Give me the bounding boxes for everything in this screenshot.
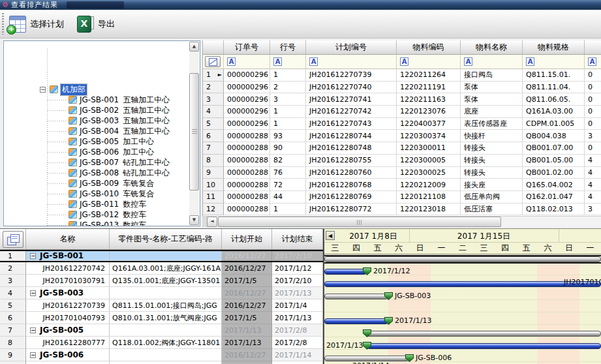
filter-a-icon[interactable]: A bbox=[273, 57, 282, 66]
toolbar-grip[interactable] bbox=[2, 13, 4, 35]
order-row-10[interactable]: 10 00000028872 JH2016122807681220212009 … bbox=[203, 179, 601, 191]
gantt-summary-bar-jg-sb-001[interactable] bbox=[324, 256, 601, 262]
tree-item-jg-sb-008[interactable]: JG-SB-008钻孔加工中心 bbox=[4, 168, 170, 178]
filter-a-icon[interactable]: A bbox=[309, 57, 318, 66]
tree-item-jg-sb-010[interactable]: JG-SB-010车铣复合 bbox=[4, 189, 154, 199]
gantt-summary-bar-jg-sb-005[interactable] bbox=[365, 331, 601, 337]
filter-a-icon[interactable]: A bbox=[588, 57, 596, 66]
machine-tree: − 机加部 JG-SB-001五轴加工中心 JG-SB-002五轴加工中心 JG… bbox=[3, 40, 200, 226]
schedule-row-task[interactable]: 5 JH201612270739 Q811.15.01.001;接口阀岛;JGG… bbox=[0, 299, 323, 312]
order-row-3[interactable]: 3 0000002963 JH2016122707411220211163 泵体… bbox=[203, 93, 601, 106]
schedule-row-group-jg-sb-001[interactable]: 1 −JG-SB-001 2016/12/27 2017/2/10 bbox=[0, 250, 323, 262]
order-row-5[interactable]: 5 0000002961 JH2016122707431220400377 表压… bbox=[203, 118, 601, 130]
scroll-left-icon[interactable]: ◄ bbox=[207, 217, 217, 227]
tree-item-jg-sb-011[interactable]: JG-SB-011数控车 bbox=[4, 199, 146, 209]
collapse-icon[interactable]: − bbox=[30, 290, 36, 296]
scroll-down-icon[interactable]: ▼ bbox=[189, 215, 199, 225]
filter-cell-order-no[interactable]: A bbox=[224, 55, 270, 69]
filter-cell-material-name[interactable]: A bbox=[461, 55, 523, 69]
tree-scrollbar[interactable]: ▲ ▼ bbox=[189, 42, 199, 225]
tree-item-jg-sb-003[interactable]: JG-SB-003五轴加工中心 bbox=[4, 115, 170, 126]
schedule-row-task[interactable]: 8 JH201612280777 Q118.01.002;阀体;JGGY-118… bbox=[0, 337, 323, 349]
tree-item-jg-sb-002[interactable]: JG-SB-002五轴加工中心 bbox=[4, 105, 170, 115]
clear-filter-button[interactable] bbox=[205, 56, 221, 67]
gantt-summary-bar-jg-sb-006[interactable] bbox=[324, 356, 409, 361]
redacted-area bbox=[67, 1, 124, 8]
col-header-extra[interactable] bbox=[585, 40, 601, 55]
day-label: 四 bbox=[495, 242, 516, 254]
bar-label: 2017/1/13 bbox=[395, 317, 431, 325]
excel-icon: X bbox=[77, 16, 94, 33]
filter-a-icon[interactable]: A bbox=[526, 57, 534, 66]
machine-icon bbox=[69, 179, 77, 187]
col-header-material-spec[interactable]: 物料规格 bbox=[523, 40, 585, 55]
order-row-8[interactable]: 8 00000028882 JH2016122807551220300005 转… bbox=[203, 155, 601, 167]
filter-cell-material-code[interactable]: A bbox=[397, 55, 461, 69]
gantt-summary-bar-jg-sb-003[interactable] bbox=[324, 294, 388, 299]
tree-item-jg-sb-005[interactable]: JG-SB-005加工中心 bbox=[4, 136, 154, 147]
collapse-icon[interactable]: − bbox=[30, 253, 36, 259]
tree-item-jg-sb-013[interactable]: JG-SB-013数控车 bbox=[4, 220, 146, 226]
order-row-7[interactable]: 7 00000028890 JH2016122807481220300011 转… bbox=[203, 142, 601, 155]
filter-cell-plan-no[interactable]: A bbox=[306, 55, 397, 69]
order-row-1[interactable]: 1► 0000002961 JH2016122707391220211264 接… bbox=[203, 69, 601, 82]
schedule-row-task[interactable]: 2 JH201612270742 Q161A.03.001;底座;JGGY-16… bbox=[0, 262, 323, 275]
tree-item-jg-sb-006[interactable]: JG-SB-006加工中心 bbox=[4, 147, 154, 157]
gantt-task-bar[interactable] bbox=[324, 269, 367, 275]
collapse-icon[interactable]: − bbox=[30, 352, 36, 358]
schedule-row-group-jg-sb-006[interactable]: 9 −JG-SB-006 2016/12/27 2017/1/14 bbox=[0, 349, 323, 361]
filter-a-icon[interactable]: A bbox=[227, 57, 236, 66]
order-row-6[interactable]: 6 00000028893 JH2016122807441220300374 快… bbox=[203, 130, 601, 142]
select-plan-label: 选择计划 bbox=[30, 18, 64, 30]
col-header-part[interactable]: 零件图号-名称-工艺编码-路 bbox=[110, 229, 222, 249]
col-header-plan-no[interactable]: 计划编号 bbox=[306, 40, 397, 55]
orders-hscrollbar[interactable]: ◄ bbox=[202, 216, 601, 227]
gantt-task-bar[interactable] bbox=[324, 281, 601, 287]
filter-a-icon[interactable]: A bbox=[400, 57, 408, 66]
filter-a-icon[interactable]: A bbox=[464, 57, 472, 66]
filter-cell-extra[interactable]: A bbox=[585, 55, 601, 69]
col-header-material-name[interactable]: 物料名称 bbox=[461, 40, 523, 55]
schedule-row-task-clipped[interactable]: 10 bbox=[0, 361, 323, 364]
order-row-2[interactable]: 2 0000002962 JH2016122707401220211191 泵体… bbox=[203, 82, 601, 94]
gantt-task-bar[interactable] bbox=[324, 318, 388, 324]
machine-icon bbox=[69, 190, 77, 198]
col-header-material-code[interactable]: 物料编码 bbox=[397, 40, 461, 55]
select-plan-button[interactable]: + 选择计划 bbox=[8, 12, 64, 36]
tree-item-jg-sb-007[interactable]: JG-SB-007钻孔加工中心 bbox=[4, 157, 170, 168]
export-label: 导出 bbox=[98, 18, 115, 30]
orders-hscroll-thumb[interactable] bbox=[218, 217, 501, 227]
tree-item-jg-sb-012[interactable]: JG-SB-012数控车 bbox=[4, 209, 146, 220]
col-header-plan-start[interactable]: 计划开始 bbox=[222, 229, 272, 249]
col-header-name[interactable]: 名称 bbox=[26, 229, 110, 249]
schedule-row-group-jg-sb-003[interactable]: 4 −JG-SB-003 2016/12/27 2017/1/13 bbox=[0, 287, 323, 299]
gantt-task-bar[interactable] bbox=[367, 343, 601, 349]
machine-icon bbox=[69, 211, 77, 219]
col-header-plan-end[interactable]: 计划结束 bbox=[272, 229, 323, 249]
order-row-4[interactable]: 4 0000002961 JH2016122707421220123076 底座… bbox=[203, 106, 601, 118]
tree-scroll-thumb[interactable] bbox=[189, 73, 199, 190]
filter-cell-material-spec[interactable]: A bbox=[523, 55, 585, 69]
machine-icon bbox=[69, 96, 77, 104]
collapse-icon[interactable]: − bbox=[30, 327, 36, 333]
select-plan-icon: + bbox=[8, 15, 26, 33]
order-row-12[interactable]: 12 0000002881 JH2016122807721220123018 低… bbox=[203, 204, 601, 216]
schedule-row-task[interactable]: 6 JH201701040793 Q810.01.31.001;放气阀座;JGG… bbox=[0, 312, 323, 324]
export-button[interactable]: X 导出 bbox=[77, 12, 115, 36]
filter-cell-line-no[interactable]: A bbox=[270, 55, 306, 69]
scroll-up-icon[interactable]: ▲ bbox=[189, 42, 199, 52]
tree-item-jg-sb-009[interactable]: JG-SB-009车铣复合 bbox=[4, 178, 154, 189]
tree-item-jg-sb-004[interactable]: JG-SB-004五轴加工中心 bbox=[4, 126, 170, 136]
order-row-11[interactable]: 11 00000028844 JH2016122807691220121108 … bbox=[203, 191, 601, 204]
col-header-order-no[interactable]: 订单号 bbox=[224, 40, 270, 55]
toolbar: + 选择计划 X 导出 ▼ bbox=[0, 10, 601, 38]
order-row-9[interactable]: 9 00000028876 JH2016122807601220300025 转… bbox=[203, 167, 601, 179]
customize-columns-button[interactable] bbox=[3, 231, 23, 248]
tree-root-machining-dept[interactable]: − 机加部 bbox=[40, 84, 87, 95]
collapse-icon[interactable]: − bbox=[40, 87, 46, 93]
tree-item-jg-sb-001[interactable]: JG-SB-001五轴加工中心 bbox=[4, 95, 170, 105]
schedule-row-task[interactable]: 3 JH201701030791 Q135.01.001;底座;JGGY-135… bbox=[0, 275, 323, 287]
schedule-row-group-jg-sb-005[interactable]: 7 −JG-SB-005 2017/1/13 2017/2/8 bbox=[0, 324, 323, 337]
gantt-prev-icon[interactable]: ◀ bbox=[326, 231, 335, 240]
col-header-line-no[interactable]: 行号 bbox=[270, 40, 306, 55]
